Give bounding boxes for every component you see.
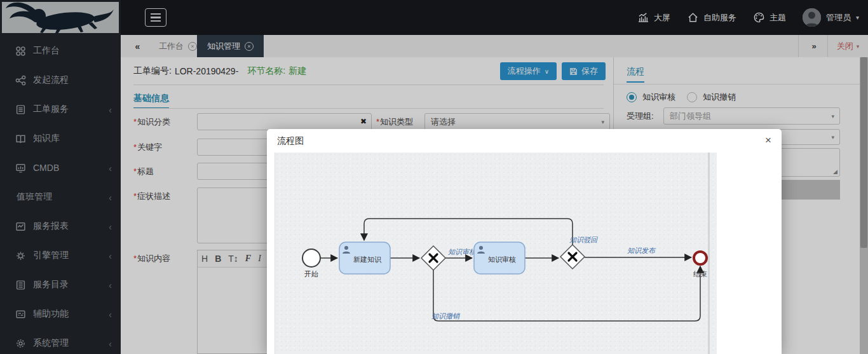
bpmn-diagram: 开始 新建知识 知识审核 知识审核 知识驳回 <box>275 153 717 354</box>
edge-withdraw-loop <box>433 266 700 321</box>
bpmn-canvas[interactable]: 开始 新建知识 知识审核 知识审核 知识驳回 <box>275 153 717 354</box>
edge-publish-label: 知识发布 <box>627 247 656 254</box>
task-review-knowledge-label: 知识审核 <box>488 255 516 263</box>
edge-reject-label: 知识驳回 <box>569 236 598 243</box>
start-event-label: 开始 <box>304 270 318 278</box>
start-event[interactable] <box>302 249 320 267</box>
modal-header: 流程图 × <box>267 129 782 153</box>
modal-title: 流程图 <box>277 135 304 147</box>
close-icon[interactable]: × <box>765 134 771 147</box>
flow-diagram-modal: 流程图 × 开始 新建知识 <box>267 129 782 354</box>
task-create-knowledge-label: 新建知识 <box>353 255 382 263</box>
edge-reject-loop <box>364 219 573 245</box>
end-event[interactable] <box>694 252 707 264</box>
edge-review-label: 知识审核 <box>448 248 477 255</box>
canvas-scrollbar[interactable] <box>708 153 710 354</box>
edge-withdraw-label: 知识撤销 <box>431 312 461 320</box>
end-event-label: 结束 <box>693 270 707 278</box>
